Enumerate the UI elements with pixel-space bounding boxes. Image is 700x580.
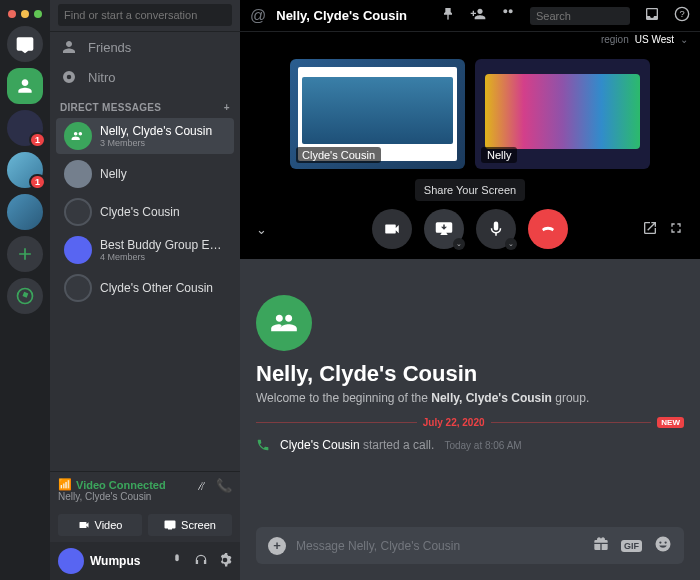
- group-avatar-icon: [64, 236, 92, 264]
- self-username: Wumpus: [90, 554, 140, 568]
- nitro-icon: [60, 68, 78, 86]
- screenshare-button[interactable]: ⌄: [424, 209, 464, 249]
- new-messages-divider: July 22, 2020 NEW: [256, 417, 684, 428]
- camera-icon: [78, 519, 90, 531]
- disconnect-call-button[interactable]: [528, 209, 568, 249]
- nitro-label: Nitro: [88, 70, 115, 85]
- mute-icon[interactable]: [170, 553, 184, 570]
- dm-item[interactable]: Clyde's Cousin: [56, 194, 234, 230]
- dm-name: Nelly: [100, 167, 127, 181]
- pin-icon[interactable]: [440, 6, 456, 25]
- call-controls: ⌄ ⌄ ⌄: [256, 209, 684, 249]
- close-dot[interactable]: [8, 10, 16, 18]
- dm-item[interactable]: Nelly: [56, 156, 234, 192]
- gif-button[interactable]: GIF: [621, 540, 642, 552]
- server-list: 1 1: [0, 0, 50, 580]
- popout-icon[interactable]: [642, 220, 658, 239]
- fullscreen-icon[interactable]: [668, 220, 684, 239]
- members-icon[interactable]: [500, 6, 516, 25]
- svg-point-4: [665, 541, 667, 543]
- tooltip: Share Your Screen: [415, 179, 525, 201]
- create-dm-icon[interactable]: +: [224, 102, 230, 113]
- dm-item[interactable]: Clyde's Other Cousin: [56, 270, 234, 306]
- signal-icon: 📶: [58, 478, 72, 491]
- noise-suppression-icon[interactable]: ⫽: [195, 478, 208, 502]
- server-active[interactable]: [7, 68, 43, 104]
- minimize-dot[interactable]: [21, 10, 29, 18]
- disconnect-icon[interactable]: 📞: [216, 478, 232, 502]
- screen-button[interactable]: Screen: [148, 514, 232, 536]
- dm-members: 3 Members: [100, 138, 212, 148]
- server-item[interactable]: 1: [7, 152, 43, 188]
- camera-toggle-button[interactable]: [372, 209, 412, 249]
- maximize-dot[interactable]: [34, 10, 42, 18]
- video-tile[interactable]: Nelly: [475, 59, 650, 169]
- user-avatar-icon: [64, 274, 92, 302]
- system-message: Clyde's Cousin started a call. Today at …: [256, 434, 684, 456]
- new-badge: NEW: [657, 417, 684, 428]
- window-controls: [8, 6, 42, 20]
- chevron-down-icon[interactable]: ⌄: [680, 34, 688, 45]
- dm-name: Nelly, Clyde's Cousin: [100, 124, 212, 138]
- voice-channel-name: Nelly, Clyde's Cousin: [58, 491, 166, 502]
- video-label: Video: [95, 519, 123, 531]
- self-avatar[interactable]: [58, 548, 84, 574]
- welcome-block: Nelly, Clyde's Cousin Welcome to the beg…: [256, 295, 684, 405]
- attach-button[interactable]: +: [268, 537, 286, 555]
- mute-toggle-button[interactable]: ⌄: [476, 209, 516, 249]
- explore-button[interactable]: [7, 278, 43, 314]
- inbox-icon[interactable]: [644, 6, 660, 25]
- deafen-icon[interactable]: [194, 553, 208, 570]
- welcome-text: Welcome to the beginning of the Nelly, C…: [256, 391, 684, 405]
- voice-status: 📶Video Connected: [58, 478, 166, 491]
- add-friend-icon[interactable]: [470, 6, 486, 25]
- video-tile[interactable]: Clyde's Cousin: [290, 59, 465, 169]
- group-icon: [256, 295, 312, 351]
- emoji-icon[interactable]: [654, 535, 672, 556]
- user-avatar-icon: [64, 198, 92, 226]
- chat-area: Nelly, Clyde's Cousin Welcome to the beg…: [240, 259, 700, 527]
- dm-members: 4 Members: [100, 252, 226, 262]
- svg-text:?: ?: [679, 9, 684, 19]
- friends-icon: [60, 38, 78, 56]
- help-icon[interactable]: ?: [674, 6, 690, 25]
- call-area: Clyde's Cousin Nelly Share Your Screen ⌄…: [240, 47, 700, 259]
- settings-icon[interactable]: [218, 553, 232, 570]
- chevron-down-icon: ⌄: [453, 238, 465, 250]
- add-server-button[interactable]: [7, 236, 43, 272]
- user-panel: Wumpus: [50, 542, 240, 580]
- dm-item[interactable]: Best Buddy Group Ever4 Members: [56, 232, 234, 268]
- collapse-toggle-icon[interactable]: ⌄: [256, 222, 267, 237]
- chevron-down-icon: ⌄: [505, 238, 517, 250]
- screen-label: Screen: [181, 519, 216, 531]
- dm-item-selected[interactable]: Nelly, Clyde's Cousin3 Members: [56, 118, 234, 154]
- friends-label: Friends: [88, 40, 131, 55]
- video-button[interactable]: Video: [58, 514, 142, 536]
- divider-date: July 22, 2020: [423, 417, 485, 428]
- notification-badge: 1: [29, 174, 46, 190]
- dm-name: Best Buddy Group Ever: [100, 238, 226, 252]
- message-input[interactable]: [296, 539, 583, 553]
- dm-search-bar: [50, 0, 240, 32]
- message-search-input[interactable]: [530, 7, 630, 25]
- tile-username: Nelly: [481, 147, 517, 163]
- message-action: started a call.: [360, 438, 435, 452]
- server-item[interactable]: 1: [7, 110, 43, 146]
- channel-title: Nelly, Clyde's Cousin: [276, 8, 407, 23]
- user-avatar-icon: [64, 160, 92, 188]
- nitro-nav[interactable]: Nitro: [50, 62, 240, 92]
- at-icon: @: [250, 7, 266, 25]
- server-item[interactable]: [7, 194, 43, 230]
- message-input-area: + GIF: [240, 527, 700, 580]
- title-bar: @ Nelly, Clyde's Cousin ?: [240, 0, 700, 32]
- group-avatar-icon: [64, 122, 92, 150]
- friends-nav[interactable]: Friends: [50, 32, 240, 62]
- voice-connection-panel: 📶Video Connected Nelly, Clyde's Cousin ⫽…: [50, 471, 240, 508]
- home-button[interactable]: [7, 26, 43, 62]
- dm-name: Clyde's Cousin: [100, 205, 180, 219]
- gift-icon[interactable]: [593, 536, 609, 555]
- screen-icon: [164, 519, 176, 531]
- dm-search-input[interactable]: [58, 4, 232, 26]
- notification-badge: 1: [29, 132, 46, 148]
- region-value: US West: [635, 34, 674, 45]
